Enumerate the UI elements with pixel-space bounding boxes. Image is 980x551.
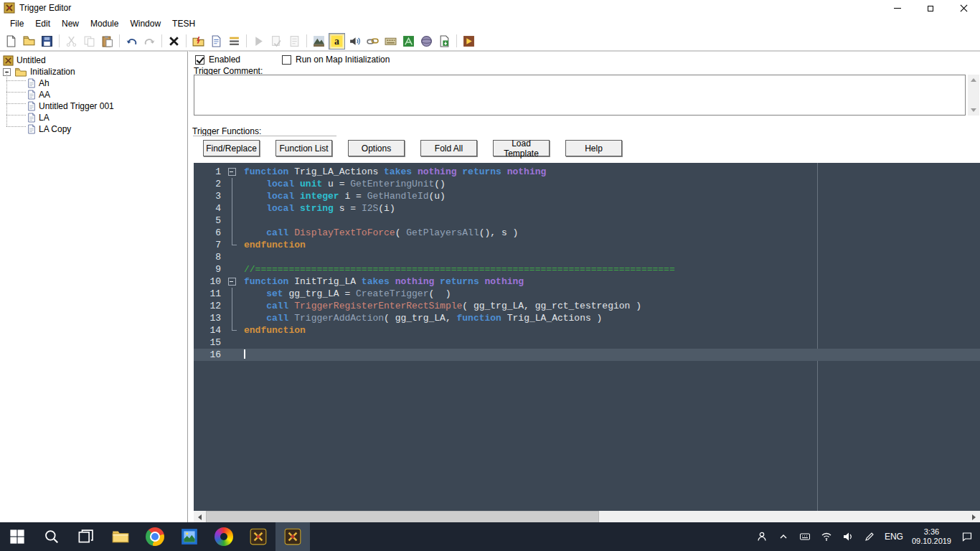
tree-item-ah[interactable]: Ah	[0, 77, 187, 89]
fold-toggle-icon[interactable]	[227, 276, 238, 288]
save-map-icon[interactable]	[39, 33, 55, 50]
code-line-5[interactable]: 5	[194, 215, 980, 227]
import-manager-icon[interactable]	[436, 33, 453, 50]
cut-icon[interactable]	[63, 33, 80, 50]
close-button[interactable]	[947, 0, 980, 16]
task-view-button[interactable]	[69, 522, 103, 551]
code-line-15[interactable]: 15	[194, 336, 980, 349]
code-line-6[interactable]: 6 call DisplayTextToForce( GetPlayersAll…	[194, 227, 980, 239]
people-icon[interactable]	[755, 530, 768, 543]
toolbar-separator	[59, 34, 60, 47]
text-caret	[244, 349, 245, 359]
photos-icon[interactable]	[172, 522, 207, 551]
terrain-editor-icon[interactable]	[311, 33, 327, 50]
tree-item-label: Untitled Trigger 001	[39, 101, 114, 111]
scrollbar-thumb[interactable]	[206, 511, 599, 523]
delete-icon[interactable]	[166, 33, 182, 50]
object-editor-icon[interactable]	[364, 33, 381, 50]
line-number: 7	[194, 239, 227, 251]
scroll-right-button[interactable]	[968, 511, 980, 523]
fold-toggle-icon[interactable]	[227, 166, 238, 178]
run-on-map-init-checkbox-box[interactable]	[282, 55, 291, 65]
code-line-14[interactable]: 14endfunction	[194, 324, 980, 336]
test-map-icon[interactable]	[461, 33, 477, 50]
code-line-3[interactable]: 3 local integer i = GetHandleId(u)	[194, 190, 980, 202]
ai-editor-icon[interactable]	[400, 33, 417, 50]
load-template-button[interactable]: Load Template	[493, 140, 550, 156]
copy-icon[interactable]	[81, 33, 98, 50]
fold-all-button[interactable]: Fold All	[420, 140, 477, 156]
code-editor[interactable]: 1function Trig_LA_Actions takes nothing …	[194, 163, 980, 511]
tree-category-initialization[interactable]: Initialization	[0, 66, 187, 77]
pen-icon[interactable]	[863, 530, 876, 543]
enabled-checkbox-box[interactable]	[195, 55, 204, 65]
run-on-map-init-checkbox[interactable]: Run on Map Initialization	[282, 55, 390, 65]
new-category-icon[interactable]	[190, 33, 207, 50]
start-button[interactable]	[0, 522, 34, 551]
scroll-up-button[interactable]	[968, 75, 979, 85]
help-button[interactable]: Help	[565, 140, 622, 156]
menu-new[interactable]: New	[56, 17, 85, 30]
file-explorer-icon[interactable]	[103, 522, 138, 551]
options-button[interactable]: Options	[348, 140, 405, 156]
function-list-button[interactable]: Function List	[275, 140, 332, 156]
code-line-2[interactable]: 2 local unit u = GetEnteringUnit()	[194, 178, 980, 190]
code-line-12[interactable]: 12 call TriggerRegisterEnterRectSimple( …	[194, 300, 980, 312]
new-trigger-icon[interactable]	[208, 33, 225, 50]
export-script-icon[interactable]	[286, 33, 303, 50]
check-syntax-icon[interactable]	[268, 33, 285, 50]
language-indicator[interactable]: ENG	[885, 532, 903, 542]
search-button[interactable]	[34, 522, 69, 551]
redo-icon[interactable]	[141, 33, 158, 50]
code-line-4[interactable]: 4 local string s = I2S(i)	[194, 202, 980, 215]
hidden-icons-chevron[interactable]	[777, 530, 790, 543]
tree-root-untitled[interactable]: Untitled	[0, 55, 187, 66]
new-script-icon[interactable]	[226, 33, 242, 50]
network-icon[interactable]	[820, 530, 833, 543]
volume-icon[interactable]	[842, 530, 854, 543]
menu-tesh[interactable]: TESH	[166, 17, 201, 30]
sound-editor-icon[interactable]	[347, 33, 363, 50]
code-line-10[interactable]: 10function InitTrig_LA takes nothing ret…	[194, 276, 980, 288]
open-map-icon[interactable]	[21, 33, 37, 50]
trigger-editor-icon[interactable]: a	[329, 33, 345, 50]
fold-guide	[227, 178, 238, 190]
find-replace-button[interactable]: Find/Replace	[203, 140, 260, 156]
code-line-8[interactable]: 8	[194, 251, 980, 263]
world-editor-icon[interactable]	[241, 522, 275, 551]
world-editor-active-icon[interactable]	[275, 522, 310, 551]
notification-center-icon[interactable]	[960, 529, 974, 544]
tree-item-la[interactable]: LA	[0, 112, 187, 123]
code-line-11[interactable]: 11 set gg_trg_LA = CreateTrigger( )	[194, 288, 980, 300]
campaign-editor-icon[interactable]	[382, 33, 399, 50]
horizontal-scrollbar[interactable]	[194, 511, 980, 523]
run-trigger-icon[interactable]	[250, 33, 267, 50]
comment-scrollbar[interactable]	[968, 75, 979, 116]
code-line-7[interactable]: 7endfunction	[194, 239, 980, 251]
code-line-9[interactable]: 9//=====================================…	[194, 263, 980, 276]
tree-item-untitled-trigger-001[interactable]: Untitled Trigger 001	[0, 100, 187, 112]
chrome-icon[interactable]	[138, 522, 172, 551]
touch-keyboard-icon[interactable]	[798, 530, 811, 543]
menu-module[interactable]: Module	[85, 17, 124, 30]
object-manager-icon[interactable]	[418, 33, 435, 50]
color-app-icon[interactable]	[207, 522, 241, 551]
scroll-left-button[interactable]	[194, 511, 206, 523]
minimize-button[interactable]	[881, 0, 914, 16]
restore-button[interactable]	[914, 0, 947, 16]
tree-item-la-copy[interactable]: LA Copy	[0, 123, 187, 135]
menu-window[interactable]: Window	[124, 17, 166, 30]
tree-item-aa[interactable]: AA	[0, 89, 187, 100]
trigger-detail-panel: Enabled Run on Map Initialization Trigge…	[189, 51, 980, 522]
trigger-comment-input[interactable]	[194, 75, 966, 116]
scroll-down-button[interactable]	[968, 105, 979, 116]
code-line-13[interactable]: 13 call TriggerAddAction( gg_trg_LA, fun…	[194, 312, 980, 324]
undo-icon[interactable]	[123, 33, 140, 50]
new-map-icon[interactable]	[3, 33, 19, 50]
code-line-16[interactable]: 16	[194, 349, 980, 361]
menu-edit[interactable]: Edit	[29, 17, 56, 30]
code-line-1[interactable]: 1function Trig_LA_Actions takes nothing …	[194, 166, 980, 178]
clock[interactable]: 3:36 09.10.2019	[912, 527, 951, 546]
paste-icon[interactable]	[99, 33, 116, 50]
menu-file[interactable]: File	[4, 17, 29, 30]
